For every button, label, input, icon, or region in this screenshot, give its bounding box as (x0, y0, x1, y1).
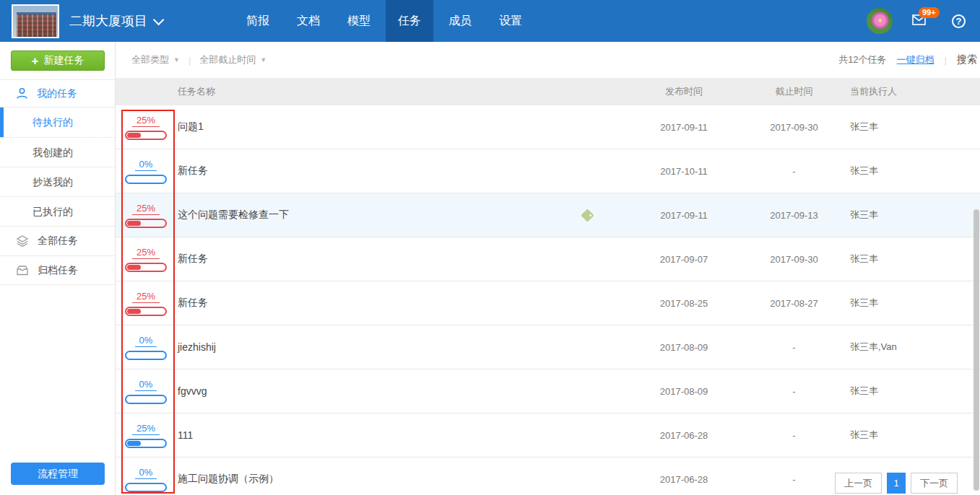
toolbar-right: 共12个任务 一键归档 | 搜索 (838, 53, 977, 66)
progress-cell: 0% (116, 467, 176, 492)
building-art (17, 12, 56, 37)
publish-time: 2017-08-09 (630, 386, 738, 397)
prev-page-button[interactable]: 上一页 (835, 473, 882, 494)
sidebar-item-label: 归档任务 (38, 264, 78, 277)
task-name: 新任务 (178, 297, 208, 310)
filter-type-dropdown[interactable]: 全部类型 ▼ (131, 53, 180, 66)
deadline: 2017-09-30 (738, 122, 850, 133)
progress-cell: 25% (116, 423, 176, 448)
scrollbar-thumb[interactable] (974, 209, 979, 491)
task-name: 这个问题需要检修查一下 (178, 209, 289, 222)
new-task-label: 新建任务 (43, 54, 84, 67)
user-avatar[interactable] (867, 8, 893, 34)
archive-all-link[interactable]: 一键归档 (897, 53, 935, 66)
table-row[interactable]: 0%fgvvvg2017-08-09-张三丰 (116, 369, 980, 413)
current-page-button[interactable]: 1 (887, 473, 906, 494)
progress-cell: 0% (116, 335, 176, 360)
progress-cell: 0% (116, 379, 176, 404)
task-name: 新任务 (178, 253, 208, 266)
progress-percent-link[interactable]: 25% (132, 203, 160, 215)
process-management-button[interactable]: 流程管理 (11, 463, 105, 485)
task-name: 问题1 (178, 121, 204, 133)
new-task-button[interactable]: + 新建任务 (11, 51, 105, 71)
table-row[interactable]: 0%jiezhishij2017-08-09-张三丰,Van (116, 325, 980, 369)
sidebar-item-label: 全部任务 (38, 235, 78, 248)
progress-percent-link[interactable]: 0% (135, 467, 157, 479)
progress-cell: 25% (116, 247, 176, 272)
sidebar-subitem-待执行的[interactable]: 待执行的 (0, 108, 115, 137)
publish-time: 2017-06-28 (630, 474, 738, 485)
layers-icon (16, 235, 29, 248)
table-row[interactable]: 25%新任务2017-08-252017-08-27张三丰 (116, 281, 980, 325)
progress-bar (125, 263, 167, 272)
current-executor: 张三丰 (850, 209, 980, 222)
table-row[interactable]: 25%问题12017-09-112017-09-30张三丰 (116, 105, 980, 149)
progress-bar (125, 175, 167, 184)
progress-cell: 25% (116, 115, 176, 140)
pagination: 上一页 1 下一页 (835, 473, 958, 494)
separator: | (188, 55, 191, 66)
plus-icon: + (32, 55, 39, 67)
filter-deadline-label: 全部截止时间 (199, 53, 256, 66)
filter-deadline-dropdown[interactable]: 全部截止时间 ▼ (199, 53, 266, 66)
project-name: 二期大厦项目 (69, 12, 147, 30)
current-executor: 张三丰 (850, 121, 980, 133)
tag-icon (581, 209, 594, 222)
col-header-executor: 当前执行人 (850, 85, 980, 98)
tab-文档[interactable]: 文档 (285, 0, 332, 42)
tab-设置[interactable]: 设置 (487, 0, 534, 42)
sidebar-item-label: 我的任务 (37, 87, 77, 100)
progress-percent-link[interactable]: 25% (132, 423, 160, 435)
progress-percent-link[interactable]: 25% (132, 247, 160, 259)
deadline: - (738, 474, 850, 485)
tab-模型[interactable]: 模型 (335, 0, 383, 42)
task-count: 共12个任务 (838, 53, 886, 66)
top-header: 二期大厦项目 简报文档模型任务成员设置 99+ ? (0, 0, 980, 42)
tab-简报[interactable]: 简报 (234, 0, 282, 42)
publish-time: 2017-08-09 (630, 342, 738, 353)
table-row[interactable]: 25%1112017-06-28-张三丰 (116, 413, 980, 457)
table-row[interactable]: 25%这个问题需要检修查一下2017-09-112017-09-13张三丰 (116, 193, 980, 237)
sidebar-item-all-tasks[interactable]: 全部任务 (0, 226, 115, 255)
sidebar-item-my-tasks[interactable]: 我的任务 (0, 79, 115, 107)
toolbar: 全部类型 ▼ | 全部截止时间 ▼ 共12个任务 一键归档 | 搜索 (116, 42, 980, 78)
progress-percent-link[interactable]: 0% (135, 379, 157, 391)
sidebar-subitem-抄送我的[interactable]: 抄送我的 (0, 167, 115, 196)
col-header-publish-time: 发布时间 (630, 85, 738, 98)
caret-down-icon: ▼ (260, 56, 266, 63)
progress-percent-link[interactable]: 0% (135, 159, 157, 171)
current-executor: 张三丰 (850, 429, 980, 442)
current-executor: 张三丰 (850, 165, 980, 178)
table-row[interactable]: 25%新任务2017-09-072017-09-30张三丰 (116, 237, 980, 281)
tab-任务[interactable]: 任务 (386, 0, 433, 42)
help-button[interactable]: ? (952, 14, 966, 28)
progress-bar-fill (127, 441, 141, 446)
separator: | (945, 55, 947, 66)
sidebar-subitem-我创建的[interactable]: 我创建的 (0, 137, 115, 167)
progress-percent-link[interactable]: 25% (132, 291, 160, 303)
publish-time: 2017-09-11 (630, 210, 738, 221)
notifications-button[interactable]: 99+ (911, 10, 933, 32)
archive-box-icon (16, 265, 29, 276)
progress-bar (125, 351, 167, 360)
sidebar-item-archive-tasks[interactable]: 归档任务 (0, 255, 115, 285)
person-icon (16, 87, 28, 100)
progress-bar (125, 483, 167, 492)
progress-bar-fill (127, 309, 141, 314)
header-right: 99+ ? (867, 0, 966, 42)
search-button[interactable]: 搜索 (957, 53, 977, 66)
table-row[interactable]: 0%新任务2017-10-11-张三丰 (116, 149, 980, 193)
sidebar-subitem-已执行的[interactable]: 已执行的 (0, 196, 115, 226)
next-page-button[interactable]: 下一页 (911, 473, 958, 494)
project-switcher[interactable]: 二期大厦项目 (69, 0, 161, 42)
current-executor: 张三丰,Van (850, 341, 980, 354)
progress-percent-link[interactable]: 25% (132, 115, 160, 127)
project-logo-image (13, 6, 58, 37)
progress-cell: 0% (116, 159, 176, 184)
tab-成员[interactable]: 成员 (436, 0, 484, 42)
task-table-body: 25%问题12017-09-112017-09-30张三丰0%新任务2017-1… (116, 105, 980, 495)
progress-percent-link[interactable]: 0% (135, 335, 157, 347)
deadline: 2017-08-27 (738, 298, 850, 309)
deadline: - (738, 342, 850, 353)
deadline: - (738, 430, 850, 441)
